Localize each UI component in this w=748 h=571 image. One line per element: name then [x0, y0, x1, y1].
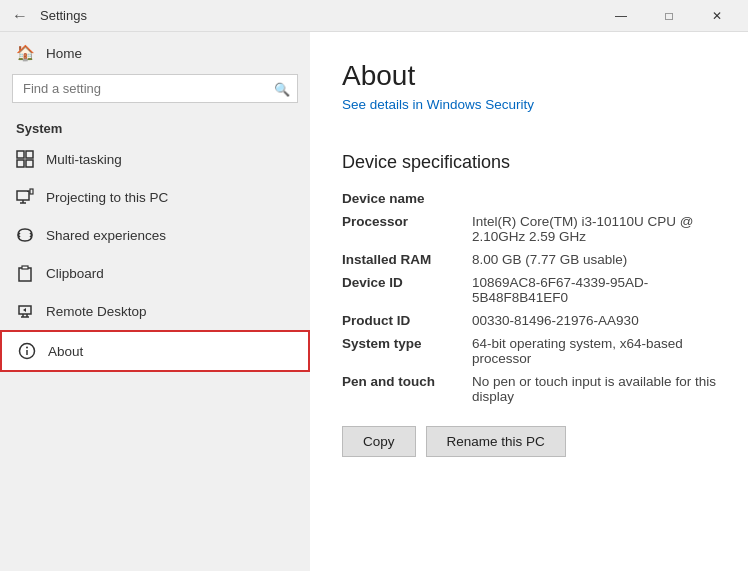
projecting-label: Projecting to this PC: [46, 190, 168, 205]
spec-value: 64-bit operating system, x64-based proce…: [472, 332, 716, 370]
svg-rect-7: [30, 189, 33, 194]
spec-row: Product ID00330-81496-21976-AA930: [342, 309, 716, 332]
sidebar-item-home[interactable]: 🏠 Home: [0, 32, 310, 74]
remote-desktop-label: Remote Desktop: [46, 304, 147, 319]
sidebar-home-label: Home: [46, 46, 82, 61]
spec-label: Processor: [342, 210, 472, 248]
back-button[interactable]: ←: [8, 4, 32, 28]
clipboard-icon: [16, 264, 34, 282]
svg-rect-13: [19, 268, 31, 281]
window-controls: — □ ✕: [598, 0, 740, 32]
spec-value: 8.00 GB (7.77 GB usable): [472, 248, 716, 271]
sidebar-item-clipboard[interactable]: Clipboard: [0, 254, 310, 292]
spec-row: ProcessorIntel(R) Core(TM) i3-10110U CPU…: [342, 210, 716, 248]
search-container: 🔍: [12, 74, 298, 103]
about-icon: [18, 342, 36, 360]
rename-pc-button[interactable]: Rename this PC: [426, 426, 566, 457]
copy-button[interactable]: Copy: [342, 426, 416, 457]
svg-rect-0: [17, 151, 24, 158]
device-specs-title: Device specifications: [342, 152, 716, 173]
spec-value: 00330-81496-21976-AA930: [472, 309, 716, 332]
clipboard-label: Clipboard: [46, 266, 104, 281]
sidebar-section-label: System: [0, 115, 310, 140]
sidebar: 🏠 Home 🔍 System Multi-tasking: [0, 32, 310, 571]
spec-label: Installed RAM: [342, 248, 472, 271]
close-button[interactable]: ✕: [694, 0, 740, 32]
spec-row: Device ID10869AC8-6F67-4339-95AD-5B48F8B…: [342, 271, 716, 309]
spec-label: System type: [342, 332, 472, 370]
sidebar-item-multitasking[interactable]: Multi-tasking: [0, 140, 310, 178]
svg-rect-2: [17, 160, 24, 167]
button-row: Copy Rename this PC: [342, 426, 716, 457]
multitasking-label: Multi-tasking: [46, 152, 122, 167]
svg-rect-4: [17, 191, 29, 200]
spec-row: Installed RAM8.00 GB (7.77 GB usable): [342, 248, 716, 271]
sidebar-item-remote-desktop[interactable]: Remote Desktop: [0, 292, 310, 330]
spec-value: [472, 187, 716, 210]
projecting-icon: [16, 188, 34, 206]
svg-rect-1: [26, 151, 33, 158]
spec-row: Pen and touchNo pen or touch input is av…: [342, 370, 716, 408]
window-title: Settings: [40, 8, 598, 23]
spec-label: Product ID: [342, 309, 472, 332]
spec-label: Pen and touch: [342, 370, 472, 408]
svg-rect-14: [22, 266, 28, 269]
sidebar-item-shared-experiences[interactable]: Shared experiences: [0, 216, 310, 254]
sidebar-item-about[interactable]: About: [0, 330, 310, 372]
page-title: About: [342, 60, 716, 92]
multitasking-icon: [16, 150, 34, 168]
maximize-button[interactable]: □: [646, 0, 692, 32]
spec-label: Device name: [342, 187, 472, 210]
svg-rect-3: [26, 160, 33, 167]
spec-table: Device nameProcessorIntel(R) Core(TM) i3…: [342, 187, 716, 408]
home-icon: 🏠: [16, 44, 34, 62]
spec-value: No pen or touch input is available for t…: [472, 370, 716, 408]
search-icon: 🔍: [274, 81, 290, 96]
spec-row: Device name: [342, 187, 716, 210]
minimize-button[interactable]: —: [598, 0, 644, 32]
search-input[interactable]: [12, 74, 298, 103]
svg-point-17: [26, 347, 28, 349]
spec-value: Intel(R) Core(TM) i3-10110U CPU @ 2.10GH…: [472, 210, 716, 248]
shared-experiences-icon: [16, 226, 34, 244]
windows-security-link[interactable]: See details in Windows Security: [342, 97, 534, 112]
spec-row: System type64-bit operating system, x64-…: [342, 332, 716, 370]
remote-desktop-icon: [16, 302, 34, 320]
sidebar-item-projecting[interactable]: Projecting to this PC: [0, 178, 310, 216]
shared-experiences-label: Shared experiences: [46, 228, 166, 243]
spec-value: 10869AC8-6F67-4339-95AD-5B48F8B41EF0: [472, 271, 716, 309]
main-content: 🏠 Home 🔍 System Multi-tasking: [0, 32, 748, 571]
about-label: About: [48, 344, 83, 359]
spec-label: Device ID: [342, 271, 472, 309]
title-bar: ← Settings — □ ✕: [0, 0, 748, 32]
right-panel: About See details in Windows Security De…: [310, 32, 748, 571]
